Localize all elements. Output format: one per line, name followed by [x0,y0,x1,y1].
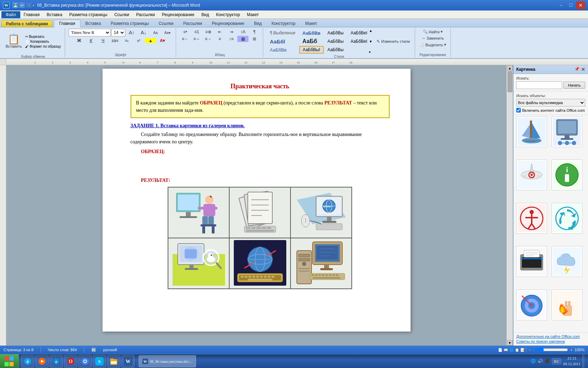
format-painter-button[interactable]: 🖌 Формат по образцу [24,44,62,49]
sidebar-search-button[interactable]: Начать [564,82,585,89]
font-color-button[interactable]: A▾ [157,38,168,44]
ribbon-tab-constructor[interactable]: Конструктор [267,20,300,27]
style-item-normal[interactable]: АаБбВыI [299,46,324,54]
style-item-highlight[interactable]: ¶ Выделение [267,29,299,37]
ribbon-tab-layout[interactable]: Разметка страницы [106,20,154,27]
quick-save-icon[interactable]: 💾 [13,2,18,8]
style-item-sub5[interactable]: АаБбВеI [348,38,369,45]
qat-dropdown-icon[interactable]: ▾ [33,4,34,7]
sidebar-image-4[interactable]: i [552,159,582,190]
taskbar-ie-icon[interactable]: e [21,355,34,368]
copy-button[interactable]: 📄 Копировать [24,39,62,44]
taskbar-word-running[interactable]: W 06_Вставка рисунка.doc... [139,355,196,367]
shrink-font-button[interactable]: A↓ [138,30,149,35]
style-item-sub2[interactable]: АаБбВы [324,38,347,45]
spell-check-icon[interactable]: 🔤 [91,348,96,352]
tray-volume-icon[interactable]: 🔊 [538,359,543,364]
multilevel-button[interactable]: ≡⊕ [203,29,214,35]
style-item-sub4[interactable]: АаБбВеI [348,29,369,37]
menu-references[interactable]: Ссылки [111,12,133,18]
sidebar-close-button[interactable]: ✕ [581,67,585,72]
sidebar-image-5[interactable] [516,203,547,234]
sidebar-image-8[interactable] [552,246,582,277]
start-button[interactable] [0,354,19,368]
ribbon-tab-review[interactable]: Рецензирование [207,20,249,27]
zoom-percent[interactable]: 100% [575,348,584,352]
ribbon-tab-view[interactable]: Вид [249,20,267,27]
sidebar-image-10[interactable] [552,289,582,320]
ribbon-tab-insert[interactable]: Вставка [80,20,106,27]
quick-undo-icon[interactable]: ↩ [19,2,25,8]
maximize-button[interactable]: □ [566,1,575,9]
taskbar-ie2-icon[interactable]: e [50,355,63,368]
style-item-h3[interactable]: АаБбВв [299,29,324,37]
show-desktop-button[interactable] [582,354,584,368]
sidebar-image-3[interactable] [516,159,547,190]
change-case-button[interactable]: Aa▾ [162,31,173,35]
menu-home[interactable]: Главная [20,12,43,18]
ribbon-tab-refs[interactable]: Ссылки [154,20,178,27]
sidebar-tips-link[interactable]: Советы по поиску картинок [516,339,585,343]
align-center-button[interactable]: ≡↔ [191,36,202,42]
scroll-up-button[interactable]: ▲ [507,65,513,71]
paste-button[interactable]: 📋 Вставить [4,29,23,54]
view-normal-button[interactable]: 📄 [498,348,502,352]
view-web-button[interactable]: 🌐 [509,348,513,352]
taskbar-wmp-icon[interactable] [35,355,49,368]
style-more[interactable]: ▾ [369,50,372,54]
zoom-slider[interactable] [533,348,568,352]
font-size-select[interactable]: 14 [111,29,125,36]
style-item-sub1[interactable]: АаБбВы [324,29,347,37]
align-right-button[interactable]: ≡→ [203,36,214,42]
document-area[interactable]: Практическая часть В каждом задании вы н… [6,65,506,346]
scroll-thumb[interactable] [507,71,512,92]
numbering-button[interactable]: ≡1 [191,29,202,35]
menu-insert[interactable]: Вставка [43,12,66,18]
strikethrough-button[interactable]: зач [109,37,120,44]
sidebar-image-9[interactable] [516,289,547,320]
scroll-down-button[interactable]: ▼ [507,340,513,346]
style-item-h2[interactable]: АаБбВв [267,46,299,54]
sidebar-search-input[interactable] [516,81,562,89]
sidebar-image-7[interactable] [516,246,547,277]
style-scroll-up[interactable]: ▲ [369,29,372,33]
superscript-button[interactable]: x² [133,38,144,43]
shading-button[interactable]: ▦ [237,36,248,42]
style-item-sub3[interactable]: АаБбВы [324,46,347,54]
minimize-button[interactable]: – [556,1,566,9]
find-button[interactable]: 🔍 Найти ▾ [421,29,444,35]
cut-button[interactable]: ✂ Вырезать [24,34,62,39]
bold-button[interactable]: Ж [74,37,85,44]
sidebar-objects-select[interactable]: Все файлы мультимедиа [516,99,585,107]
view-draft-button[interactable]: 📝 [520,348,525,352]
sidebar-pin-icon[interactable]: 📌 [574,67,580,72]
sort-button[interactable]: ↕A [237,29,248,35]
language[interactable]: русский [103,348,117,352]
menu-view[interactable]: Вид [198,12,212,18]
menu-file[interactable]: Файл [1,11,20,18]
language-indicator[interactable]: RU [552,358,561,364]
sidebar-image-1[interactable] [516,116,547,147]
sidebar-image-6[interactable] [552,203,582,234]
sidebar-office-checkbox[interactable] [516,108,521,113]
menu-review[interactable]: Рецензирование [159,12,198,18]
sidebar-image-2[interactable] [552,116,582,147]
highlight-button[interactable]: ▲ [145,38,156,43]
taskbar-word-icon[interactable]: W [121,355,135,368]
zoom-in-button[interactable]: ＋ [569,347,573,353]
font-name-select[interactable]: Times New R [69,29,111,36]
italic-button[interactable]: К [85,37,97,44]
view-reading-button[interactable]: 📖 [504,348,508,352]
grow-font-button[interactable]: A↑ [126,30,137,35]
ribbon-tab-mail[interactable]: Рассылки [178,20,207,27]
decrease-indent-button[interactable]: ⇤ [214,29,225,35]
menu-layout[interactable]: Разметка страницы [66,12,111,18]
view-outline-button[interactable]: 📋 [515,348,519,352]
taskbar-opera-icon[interactable]: O [64,355,77,368]
taskbar-chrome-icon[interactable] [78,355,92,368]
taskbar-skype-icon[interactable]: S [93,355,106,368]
clear-format-button[interactable]: Aa [150,31,161,35]
taskbar-explorer-icon[interactable] [107,355,120,368]
sidebar-office-link[interactable]: Дополнительно на сайте Office.com [516,334,585,339]
subscript-button[interactable]: x₂ [121,38,132,43]
